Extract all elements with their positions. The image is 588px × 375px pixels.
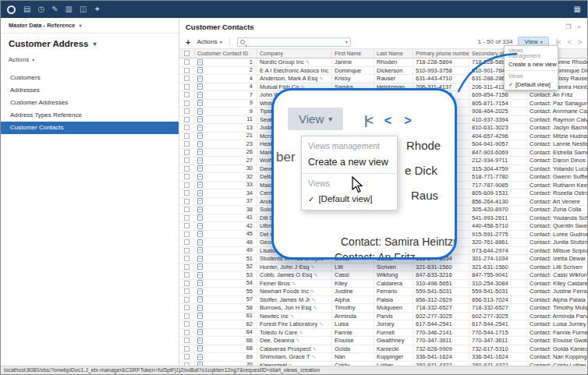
row-checkbox[interactable]: [179, 116, 195, 124]
note-icon[interactable]: [197, 108, 203, 115]
notes-icon[interactable]: ▥: [66, 1, 73, 18]
note-icon[interactable]: [197, 239, 203, 246]
cell-company[interactable]: Forest Fire Laboratory: [257, 320, 332, 328]
cell-company[interactable]: Stoffer, James M Jr: [257, 296, 332, 304]
table-row[interactable]: 70 Kleensteel Cristy Lother 760-971-4322…: [179, 362, 587, 366]
note-icon[interactable]: [197, 174, 203, 180]
note-icon[interactable]: [197, 247, 203, 253]
column-header-customer-contact-id[interactable]: Customer Contact ID: [195, 49, 257, 58]
note-icon[interactable]: [197, 149, 203, 155]
cell-company[interactable]: Dee, Deanna: [257, 337, 332, 345]
select-all-checkbox[interactable]: [179, 49, 195, 58]
cell-company[interactable]: E A I Electronic Assocs Inc: [257, 67, 332, 75]
note-icon[interactable]: [197, 165, 203, 172]
table-row[interactable]: 55 Newhart Foods Inc Justine Ferrario 55…: [179, 288, 587, 296]
row-checkbox[interactable]: [179, 247, 195, 255]
row-checkbox[interactable]: [179, 108, 195, 115]
note-icon[interactable]: [197, 362, 203, 366]
cell-company[interactable]: Feiner Bros: [257, 280, 332, 288]
row-checkbox[interactable]: [179, 157, 195, 165]
note-icon[interactable]: [197, 329, 203, 335]
table-row[interactable]: 66 Dee, Deanna Elouise Gwalthney 770-347…: [179, 337, 587, 345]
note-icon[interactable]: [197, 92, 203, 98]
row-checkbox[interactable]: [179, 362, 195, 366]
note-icon[interactable]: [197, 256, 203, 262]
row-checkbox[interactable]: [179, 329, 195, 337]
row-checkbox[interactable]: [179, 67, 195, 75]
sidebar-item-customer-contacts[interactable]: Customer Contacts: [1, 122, 179, 134]
next-page-icon[interactable]: >: [578, 38, 581, 46]
note-icon[interactable]: [197, 141, 203, 147]
note-icon[interactable]: [197, 116, 203, 122]
note-icon[interactable]: [197, 182, 203, 188]
row-checkbox[interactable]: [179, 288, 195, 295]
next-page-icon[interactable]: >: [404, 114, 411, 128]
actions-dropdown-button[interactable]: Actions ▾: [197, 38, 221, 45]
row-checkbox[interactable]: [179, 214, 195, 222]
row-checkbox[interactable]: [179, 313, 195, 320]
cell-company[interactable]: Burrows, Jon H Esq: [257, 304, 332, 312]
row-checkbox[interactable]: [179, 58, 195, 66]
cell-company[interactable]: Kleensteel: [257, 362, 332, 366]
note-icon[interactable]: [197, 280, 203, 286]
note-icon[interactable]: [197, 207, 203, 213]
row-checkbox[interactable]: [179, 264, 195, 271]
cell-company[interactable]: Anderson, Mark A Esq: [257, 75, 332, 83]
note-icon[interactable]: [197, 288, 203, 295]
edit-icon[interactable]: ✎: [51, 1, 58, 18]
note-icon[interactable]: [197, 354, 203, 360]
menu-item-create-new-view[interactable]: Create a new view: [302, 153, 397, 173]
row-checkbox[interactable]: [179, 337, 195, 345]
note-icon[interactable]: [197, 59, 203, 65]
note-icon[interactable]: [197, 223, 203, 229]
table-row[interactable]: 64 Toledo Iv Care Fannie Furnell 770-346…: [179, 329, 587, 338]
note-icon[interactable]: [197, 214, 203, 221]
row-checkbox[interactable]: [179, 165, 195, 173]
first-page-icon[interactable]: |<: [556, 38, 561, 46]
screens-icon[interactable]: ▤: [23, 1, 30, 18]
table-row[interactable]: 62 Forest Fire Laboratory Luisa Jurney 6…: [179, 320, 587, 329]
workspace-selector[interactable]: Master Data - Reference ▾: [1, 18, 179, 34]
previous-page-icon[interactable]: <: [384, 114, 391, 128]
cell-company[interactable]: Toledo Iv Care: [257, 329, 332, 337]
sidebar-item-customer-addresses[interactable]: Customer Addresses: [1, 97, 179, 109]
table-row[interactable]: 69 Shimotani, Grace T Nan Koppinger 336-…: [179, 353, 587, 362]
note-icon[interactable]: [197, 190, 203, 196]
row-checkbox[interactable]: [179, 182, 195, 189]
cell-company[interactable]: Cobb, James O Esq: [257, 271, 332, 279]
column-header-company[interactable]: Company: [257, 49, 332, 58]
add-record-button[interactable]: +: [186, 35, 190, 49]
search-input[interactable]: [245, 38, 345, 45]
row-checkbox[interactable]: [179, 271, 195, 279]
search-options-chevron-icon[interactable]: ▾: [345, 39, 348, 44]
cell-company[interactable]: Newtec Inc: [257, 313, 332, 320]
table-row[interactable]: 54 Feiner Bros Kiley Caldarera 310-498-5…: [179, 280, 587, 288]
menu-item-create-new-view[interactable]: Create a new view: [505, 59, 558, 69]
note-icon[interactable]: [197, 231, 203, 237]
menu-item-default-view[interactable]: ✓ [Default view]: [505, 80, 558, 90]
row-checkbox[interactable]: [179, 280, 195, 288]
row-checkbox[interactable]: [179, 320, 195, 328]
note-icon[interactable]: [197, 345, 203, 352]
note-icon[interactable]: [197, 305, 203, 311]
sidebar-item-customers[interactable]: Customers: [1, 72, 179, 84]
cell-company[interactable]: Hunter, John J Esq: [257, 264, 332, 271]
row-checkbox[interactable]: [179, 124, 195, 132]
row-checkbox[interactable]: [179, 231, 195, 239]
row-checkbox[interactable]: [179, 353, 195, 361]
column-header-last-name[interactable]: Last Name: [374, 49, 413, 58]
row-checkbox[interactable]: [179, 83, 195, 91]
app-logo-icon[interactable]: [7, 5, 16, 14]
row-checkbox[interactable]: [179, 75, 195, 83]
menu-item-default-view[interactable]: ✓ [Default view]: [302, 190, 397, 210]
note-icon[interactable]: [197, 67, 203, 73]
note-icon[interactable]: [197, 296, 203, 302]
note-icon[interactable]: [197, 272, 203, 278]
note-icon[interactable]: [197, 264, 203, 270]
favorites-icon[interactable]: ✦: [94, 1, 100, 18]
sidebar-item-addresses[interactable]: Addresses: [1, 84, 179, 97]
row-checkbox[interactable]: [179, 91, 195, 99]
sidebar-actions-menu[interactable]: Actions ▾: [1, 54, 179, 65]
cell-company[interactable]: Nordic Group Inc: [257, 58, 332, 66]
row-checkbox[interactable]: [179, 345, 195, 353]
